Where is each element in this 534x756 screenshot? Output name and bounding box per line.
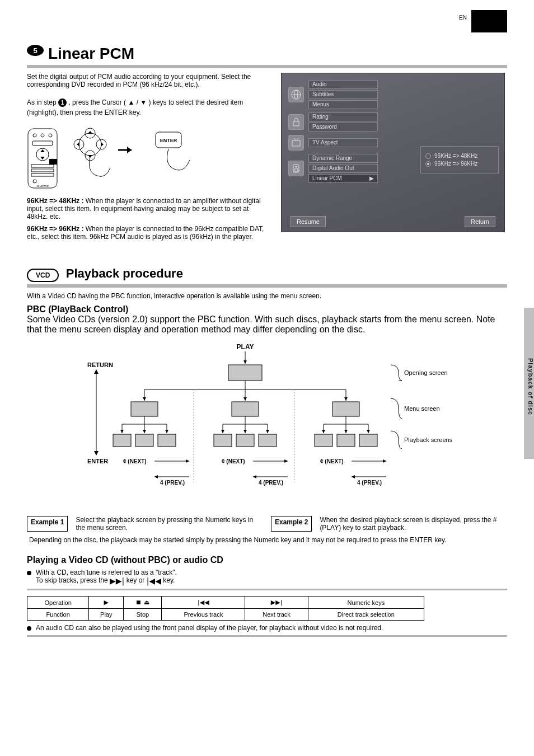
bullet2-text: An audio CD can also be played using the… bbox=[36, 624, 383, 632]
cell-play: Play bbox=[89, 609, 124, 621]
divider bbox=[27, 65, 507, 68]
svg-text:¢ (NEXT): ¢ (NEXT) bbox=[222, 458, 245, 464]
svg-text:¢ (NEXT): ¢ (NEXT) bbox=[320, 458, 344, 464]
svg-text:Opening screen: Opening screen bbox=[404, 369, 448, 376]
osd-item-menus[interactable]: Menus bbox=[308, 100, 378, 109]
tree-note: Depending on the disc, the playback may … bbox=[29, 536, 507, 544]
osd-item-rating[interactable]: Rating bbox=[308, 112, 378, 121]
svg-marker-71 bbox=[94, 451, 99, 456]
header-lang: EN bbox=[459, 15, 467, 21]
th-next-icon: ▶▶| bbox=[245, 597, 308, 609]
osd-resume-button[interactable]: Resume bbox=[291, 216, 326, 227]
osd-item-password[interactable]: Password bbox=[308, 123, 378, 132]
next-track-icon: ▶▶| bbox=[110, 576, 124, 585]
svg-rect-56 bbox=[236, 434, 254, 447]
svg-point-29 bbox=[296, 166, 297, 168]
svg-rect-65 bbox=[359, 434, 377, 447]
osd-item-dynrange[interactable]: Dynamic Range bbox=[308, 154, 378, 163]
svg-marker-70 bbox=[94, 369, 99, 374]
row-label: Function bbox=[27, 609, 89, 621]
option1-label: 96KHz => 48KHz : bbox=[27, 197, 83, 205]
svg-point-13 bbox=[79, 133, 101, 156]
svg-text:ENTER: ENTER bbox=[160, 138, 177, 143]
osd-sub-option-96-label: 96KHz => 96KHz bbox=[434, 161, 477, 167]
speaker-icon bbox=[288, 161, 304, 176]
side-tab: Playback of disc bbox=[524, 308, 534, 459]
proc-desc: With a Video CD having the PBC function,… bbox=[27, 292, 507, 300]
page-number: 35 bbox=[513, 17, 522, 26]
cursor-down-icon bbox=[140, 98, 147, 106]
vcd-badge: VCD bbox=[27, 269, 59, 282]
example2-box: Example 2 bbox=[271, 516, 312, 532]
svg-rect-39 bbox=[131, 402, 158, 416]
osd-submenu: 96KHz => 48KHz 96KHz => 96KHz bbox=[420, 146, 499, 173]
osd-item-tvaspect[interactable]: TV Aspect bbox=[308, 138, 378, 147]
svg-text:PLAY: PLAY bbox=[237, 343, 254, 351]
radio-selected-icon bbox=[425, 161, 431, 167]
step-mid: , press the Cursor ( bbox=[68, 98, 126, 106]
corner-tab bbox=[471, 10, 507, 32]
pbc-heading: PBC (PlayBack Control) bbox=[27, 304, 128, 314]
bottom-heading: Playing a Video CD (without PBC) or audi… bbox=[27, 555, 507, 565]
svg-line-26 bbox=[294, 138, 296, 140]
example2-text: When the desired playback screen is disp… bbox=[320, 516, 507, 532]
example1-box: Example 1 bbox=[27, 516, 68, 532]
dpad-hand-icon bbox=[65, 128, 143, 178]
svg-text:KENWOOD: KENWOOD bbox=[36, 185, 48, 187]
osd-screenshot: Audio Subtitles Menus Rating Password bbox=[281, 73, 505, 232]
divider bbox=[27, 284, 507, 288]
enter-hand-icon: ENTER bbox=[150, 128, 195, 178]
svg-text:4 (PREV.): 4 (PREV.) bbox=[160, 480, 185, 486]
bullet-icon bbox=[27, 626, 31, 631]
th-numeric: Numeric keys bbox=[308, 597, 424, 609]
svg-rect-25 bbox=[292, 140, 300, 146]
cell-stop: Stop bbox=[124, 609, 162, 621]
cell-next: Next track bbox=[245, 609, 308, 621]
svg-rect-64 bbox=[337, 434, 355, 447]
step-ref-icon: 1 bbox=[58, 98, 67, 107]
th-play-icon: ▶ bbox=[89, 597, 124, 609]
cell-prev: Previous track bbox=[162, 609, 245, 621]
option2-label: 96KHz => 96KHz : bbox=[27, 225, 83, 233]
bullet1-line2: To skip tracks, press the ▶▶| key or |◀◀… bbox=[36, 576, 177, 585]
svg-point-30 bbox=[294, 168, 298, 172]
step-title: Linear PCM bbox=[48, 45, 134, 63]
svg-text:Playback screens: Playback screens bbox=[404, 436, 453, 443]
svg-marker-18 bbox=[127, 147, 132, 153]
cursor-up-icon bbox=[128, 98, 134, 106]
bullet1-line1: With a CD, each tune is referred to as a… bbox=[36, 569, 177, 576]
radio-icon bbox=[425, 153, 431, 159]
osd-sub-option-96[interactable]: 96KHz => 96KHz bbox=[425, 161, 494, 167]
osd-return-button[interactable]: Return bbox=[465, 216, 495, 227]
svg-rect-48 bbox=[135, 434, 153, 447]
osd-item-linearpcm-label: Linear PCM bbox=[312, 175, 342, 181]
svg-rect-24 bbox=[293, 121, 299, 126]
svg-line-27 bbox=[296, 138, 298, 140]
osd-sub-option-48[interactable]: 96KHz => 48KHz bbox=[425, 153, 494, 159]
bullet-icon bbox=[27, 571, 31, 575]
lock-icon bbox=[288, 114, 304, 130]
osd-item-subtitles[interactable]: Subtitles bbox=[308, 90, 378, 99]
svg-rect-40 bbox=[232, 402, 259, 416]
globe-icon bbox=[288, 87, 304, 102]
svg-text:¢ (NEXT): ¢ (NEXT) bbox=[123, 458, 147, 464]
svg-text:4 (PREV.): 4 (PREV.) bbox=[357, 480, 382, 486]
svg-rect-33 bbox=[228, 365, 262, 381]
th-prev-icon: |◀◀ bbox=[162, 597, 245, 609]
svg-rect-55 bbox=[214, 434, 232, 447]
th-operation: Operation bbox=[27, 597, 89, 609]
osd-item-audio[interactable]: Audio bbox=[308, 80, 378, 89]
svg-rect-41 bbox=[332, 402, 359, 416]
osd-item-digiaudio[interactable]: Digital Audio Out bbox=[308, 164, 378, 173]
svg-rect-49 bbox=[158, 434, 176, 447]
chevron-right-icon: ▶ bbox=[369, 175, 374, 181]
svg-rect-47 bbox=[113, 434, 131, 447]
pbc-text: Some Video CDs (version 2.0) support the… bbox=[27, 314, 495, 334]
th-stop-icon: ⏹ ⏏ bbox=[124, 597, 162, 609]
svg-text:RETURN: RETURN bbox=[87, 361, 113, 368]
svg-text:Menu screen: Menu screen bbox=[404, 405, 440, 412]
step-number-badge: 5 bbox=[27, 45, 44, 56]
svg-text:ENTER: ENTER bbox=[87, 458, 108, 464]
svg-rect-63 bbox=[315, 434, 332, 447]
osd-item-linearpcm[interactable]: Linear PCM ▶ bbox=[308, 174, 378, 183]
